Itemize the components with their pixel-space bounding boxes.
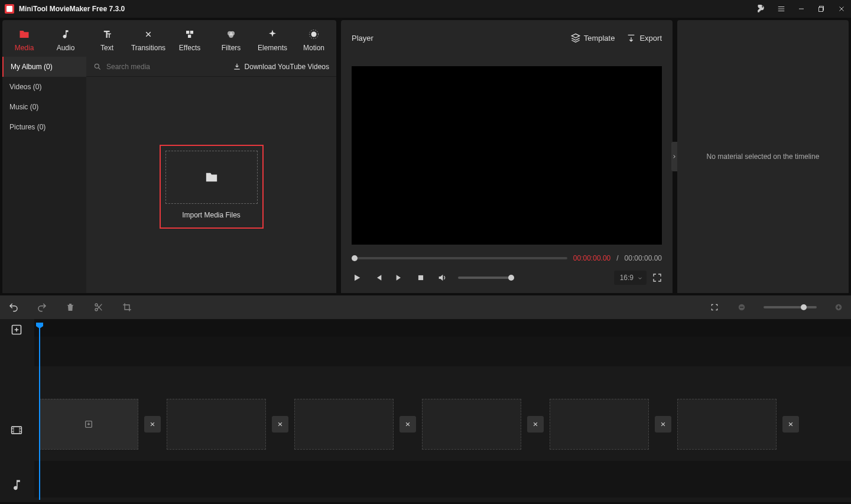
template-button[interactable]: Template: [571, 33, 615, 43]
svg-point-14: [95, 308, 98, 311]
clip-slot[interactable]: [39, 399, 138, 450]
motion-icon: [308, 28, 320, 40]
tab-transitions-label: Transitions: [131, 44, 165, 52]
filters-icon: [225, 28, 237, 40]
search-input[interactable]: [106, 63, 228, 71]
tab-media[interactable]: Media: [4, 24, 45, 57]
collapse-properties-button[interactable]: [671, 142, 677, 171]
tab-elements-label: Elements: [258, 44, 287, 52]
zoom-slider[interactable]: [764, 306, 817, 308]
import-media-button[interactable]: Import Media Files: [160, 145, 264, 229]
tab-text-label: Text: [100, 44, 113, 52]
time-separator: /: [616, 254, 618, 262]
prev-frame-button[interactable]: [373, 272, 384, 283]
fit-zoom-button[interactable]: [709, 302, 720, 313]
transition-slot[interactable]: [272, 416, 288, 433]
svg-rect-12: [418, 275, 423, 280]
sidebar-item-music[interactable]: Music (0): [2, 97, 86, 117]
left-pane: Media Audio Text Transitions Effects Fil…: [2, 20, 336, 293]
tab-motion-label: Motion: [303, 44, 324, 52]
svg-rect-3: [186, 31, 189, 34]
search-icon: [93, 63, 102, 71]
aspect-ratio-value: 16:9: [620, 274, 634, 282]
audio-track[interactable]: [34, 461, 851, 498]
playhead[interactable]: [39, 323, 40, 500]
export-icon: [626, 33, 636, 43]
timeline-toolbar: [0, 295, 851, 319]
player-pane: Player Template Export 00:00:00.00 / 00:…: [341, 20, 673, 293]
properties-pane: No material selected on the timeline: [677, 20, 849, 293]
transition-slot[interactable]: [527, 416, 544, 433]
split-button[interactable]: [93, 302, 104, 313]
seek-slider[interactable]: [352, 257, 567, 259]
undo-button[interactable]: [8, 302, 19, 313]
tab-effects-label: Effects: [179, 44, 200, 52]
video-track[interactable]: [34, 396, 851, 453]
tab-transitions[interactable]: Transitions: [128, 24, 169, 57]
text-icon: [101, 28, 113, 40]
sidebar-item-pictures[interactable]: Pictures (0): [2, 117, 86, 137]
no-selection-label: No material selected on the timeline: [707, 152, 820, 161]
effects-icon: [184, 28, 196, 40]
stop-button[interactable]: [415, 272, 426, 283]
app-title: MiniTool MovieMaker Free 7.3.0: [19, 5, 756, 13]
chevron-right-icon: [672, 154, 677, 159]
menu-icon[interactable]: [777, 4, 786, 14]
import-slot-icon: [84, 420, 93, 429]
clip-slot[interactable]: [422, 399, 521, 450]
transition-slot[interactable]: [782, 416, 799, 433]
player-title: Player: [352, 34, 373, 43]
delete-button[interactable]: [65, 302, 76, 313]
zoom-out-button[interactable]: [738, 303, 746, 311]
template-label: Template: [584, 34, 615, 43]
tab-audio-label: Audio: [57, 44, 75, 52]
minimize-button[interactable]: [797, 4, 806, 14]
timeline-ruler[interactable]: [34, 319, 851, 337]
redo-button[interactable]: [37, 302, 47, 313]
overlay-track[interactable]: [34, 337, 851, 366]
download-youtube-link[interactable]: Download YouTube Videos: [233, 63, 329, 71]
folder-open-icon: [204, 171, 219, 184]
tab-elements[interactable]: Elements: [252, 24, 293, 57]
clip-slot[interactable]: [167, 399, 266, 450]
close-button[interactable]: [837, 4, 846, 14]
aspect-ratio-select[interactable]: 16:9: [614, 271, 647, 285]
media-sidebar: My Album (0) Videos (0) Music (0) Pictur…: [2, 57, 86, 293]
zoom-in-button[interactable]: [834, 303, 843, 311]
transition-slot[interactable]: [144, 416, 161, 433]
tab-text[interactable]: Text: [86, 24, 128, 57]
play-button[interactable]: [352, 272, 362, 283]
time-current: 00:00:00.00: [573, 254, 610, 262]
timeline[interactable]: [0, 319, 851, 502]
add-track-button[interactable]: [11, 324, 22, 336]
export-button[interactable]: Export: [626, 33, 662, 43]
sidebar-item-videos[interactable]: Videos (0): [2, 77, 86, 97]
maximize-button[interactable]: [817, 4, 826, 14]
download-youtube-label: Download YouTube Videos: [245, 63, 329, 71]
tab-audio[interactable]: Audio: [45, 24, 86, 57]
fullscreen-button[interactable]: [652, 273, 662, 282]
sidebar-item-album[interactable]: My Album (0): [2, 57, 86, 77]
svg-point-11: [95, 64, 99, 68]
tab-effects[interactable]: Effects: [169, 24, 210, 57]
sparkle-icon: [267, 28, 278, 40]
tab-filters[interactable]: Filters: [210, 24, 252, 57]
next-frame-button[interactable]: [394, 272, 405, 283]
transition-slot[interactable]: [399, 416, 416, 433]
svg-point-13: [95, 304, 98, 306]
import-media-label: Import Media Files: [165, 211, 258, 223]
transition-slot[interactable]: [655, 416, 671, 433]
download-icon: [233, 63, 241, 71]
app-icon: [5, 4, 14, 14]
clip-slot[interactable]: [677, 399, 777, 450]
tab-motion[interactable]: Motion: [293, 24, 334, 57]
clip-slot[interactable]: [550, 399, 649, 450]
volume-button[interactable]: [437, 272, 447, 283]
svg-point-9: [311, 32, 317, 37]
key-icon[interactable]: [756, 4, 766, 14]
svg-rect-0: [7, 6, 12, 12]
crop-button[interactable]: [122, 302, 132, 313]
volume-slider[interactable]: [458, 277, 514, 279]
chevron-down-icon: [637, 275, 643, 281]
clip-slot[interactable]: [294, 399, 394, 450]
